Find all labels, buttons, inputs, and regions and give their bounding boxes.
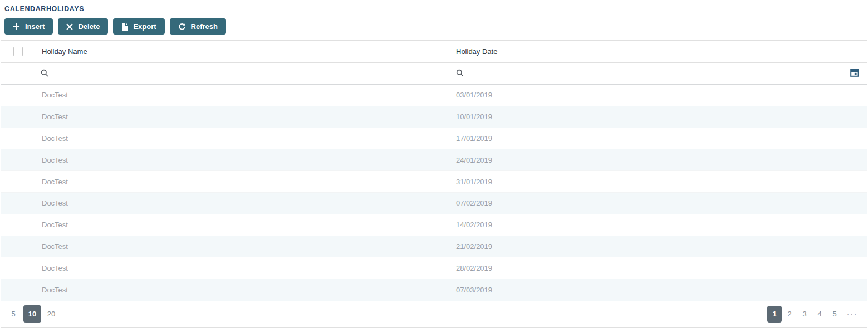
row-select-cell[interactable] bbox=[1, 149, 35, 170]
filter-cell-holiday-name bbox=[35, 63, 450, 84]
grid-header-row: Holiday Name Holiday Date bbox=[1, 41, 867, 63]
row-select-cell[interactable] bbox=[1, 128, 35, 149]
table-row[interactable]: DocTest 10/01/2019 bbox=[1, 106, 867, 128]
select-all-cell bbox=[1, 41, 35, 62]
row-select-cell[interactable] bbox=[1, 193, 35, 214]
page-5[interactable]: 5 bbox=[827, 306, 842, 323]
holiday-date-cell[interactable]: 31/01/2019 bbox=[450, 171, 867, 192]
table-row[interactable]: DocTest 07/02/2019 bbox=[1, 193, 867, 214]
holiday-date-cell[interactable]: 14/02/2019 bbox=[450, 214, 867, 236]
page-2[interactable]: 2 bbox=[782, 306, 797, 323]
x-icon bbox=[66, 23, 73, 30]
holidays-data-grid: Holiday Name Holiday Date DocTest 03/01/… bbox=[1, 40, 867, 328]
table-row[interactable]: DocTest 21/02/2019 bbox=[1, 236, 867, 258]
row-select-cell[interactable] bbox=[1, 279, 35, 301]
refresh-button-label: Refresh bbox=[191, 22, 218, 31]
holiday-name-cell[interactable]: DocTest bbox=[35, 279, 450, 301]
holiday-name-cell[interactable]: DocTest bbox=[35, 85, 450, 106]
document-icon bbox=[121, 23, 128, 31]
holiday-date-cell[interactable]: 24/01/2019 bbox=[450, 149, 867, 170]
calendar-icon bbox=[850, 69, 859, 79]
page-size-5[interactable]: 5 bbox=[7, 306, 20, 323]
grid-filter-row bbox=[1, 63, 867, 85]
magnifier-icon bbox=[41, 69, 48, 79]
grid-body: DocTest 03/01/2019 DocTest 10/01/2019 Do… bbox=[1, 85, 867, 301]
table-row[interactable]: DocTest 07/03/2019 bbox=[1, 279, 867, 301]
magnifier-icon bbox=[456, 69, 464, 79]
holiday-name-cell[interactable]: DocTest bbox=[35, 214, 450, 236]
holiday-name-filter-input[interactable] bbox=[53, 63, 450, 84]
holiday-date-cell[interactable]: 07/02/2019 bbox=[450, 193, 867, 214]
row-select-cell[interactable] bbox=[1, 85, 35, 106]
plus-icon bbox=[13, 23, 20, 30]
insert-button[interactable]: Insert bbox=[4, 18, 53, 35]
filter-cell-holiday-date bbox=[450, 63, 867, 84]
column-header-holiday-date[interactable]: Holiday Date bbox=[450, 41, 867, 62]
pager-ellipsis: ... bbox=[842, 308, 861, 320]
holiday-name-cell[interactable]: DocTest bbox=[35, 106, 450, 128]
table-row[interactable]: DocTest 24/01/2019 bbox=[1, 149, 867, 171]
table-row[interactable]: DocTest 31/01/2019 bbox=[1, 171, 867, 193]
holiday-date-cell[interactable]: 21/02/2019 bbox=[450, 236, 867, 257]
holiday-date-cell[interactable]: 10/01/2019 bbox=[450, 106, 867, 128]
insert-button-label: Insert bbox=[25, 22, 45, 31]
page-1[interactable]: 1 bbox=[767, 306, 782, 323]
holiday-date-cell[interactable]: 03/01/2019 bbox=[450, 85, 867, 106]
row-select-cell[interactable] bbox=[1, 171, 35, 192]
page-title: CALENDARHOLIDAYS bbox=[0, 0, 868, 13]
table-row[interactable]: DocTest 03/01/2019 bbox=[1, 85, 867, 106]
table-row[interactable]: DocTest 14/02/2019 bbox=[1, 214, 867, 236]
pager: 5 10 20 1 2 3 4 5 ... bbox=[1, 301, 867, 327]
row-select-cell[interactable] bbox=[1, 214, 35, 236]
filter-select-cell bbox=[1, 63, 35, 84]
holiday-name-cell[interactable]: DocTest bbox=[35, 236, 450, 257]
export-button-label: Export bbox=[133, 22, 156, 31]
date-picker-button[interactable] bbox=[849, 67, 860, 80]
holiday-name-cell[interactable]: DocTest bbox=[35, 171, 450, 192]
toolbar: Insert Delete Export Refresh bbox=[0, 13, 868, 40]
holiday-date-cell[interactable]: 07/03/2019 bbox=[450, 279, 867, 301]
page-size-10[interactable]: 10 bbox=[23, 305, 41, 323]
select-all-checkbox[interactable] bbox=[13, 47, 23, 56]
page-4[interactable]: 4 bbox=[812, 306, 827, 323]
export-button[interactable]: Export bbox=[113, 18, 164, 35]
row-select-cell[interactable] bbox=[1, 236, 35, 257]
holiday-date-cell[interactable]: 28/02/2019 bbox=[450, 257, 867, 279]
delete-button-label: Delete bbox=[78, 22, 100, 31]
holiday-name-cell[interactable]: DocTest bbox=[35, 149, 450, 170]
refresh-icon bbox=[178, 23, 186, 31]
table-row[interactable]: DocTest 28/02/2019 bbox=[1, 257, 867, 279]
row-select-cell[interactable] bbox=[1, 106, 35, 128]
refresh-button[interactable]: Refresh bbox=[170, 18, 226, 35]
holiday-date-cell[interactable]: 17/01/2019 bbox=[450, 128, 867, 149]
page-size-20[interactable]: 20 bbox=[45, 306, 58, 323]
page-size-selector: 5 10 20 bbox=[7, 305, 58, 323]
page-3[interactable]: 3 bbox=[797, 306, 812, 323]
column-header-holiday-name[interactable]: Holiday Name bbox=[35, 41, 450, 62]
delete-button[interactable]: Delete bbox=[58, 18, 108, 35]
row-select-cell[interactable] bbox=[1, 257, 35, 279]
page-navigator: 1 2 3 4 5 ... bbox=[767, 306, 861, 323]
table-row[interactable]: DocTest 17/01/2019 bbox=[1, 128, 867, 150]
holiday-name-cell[interactable]: DocTest bbox=[35, 128, 450, 149]
holiday-date-filter-input[interactable] bbox=[468, 63, 845, 84]
holiday-name-cell[interactable]: DocTest bbox=[35, 257, 450, 279]
holiday-name-cell[interactable]: DocTest bbox=[35, 193, 450, 214]
